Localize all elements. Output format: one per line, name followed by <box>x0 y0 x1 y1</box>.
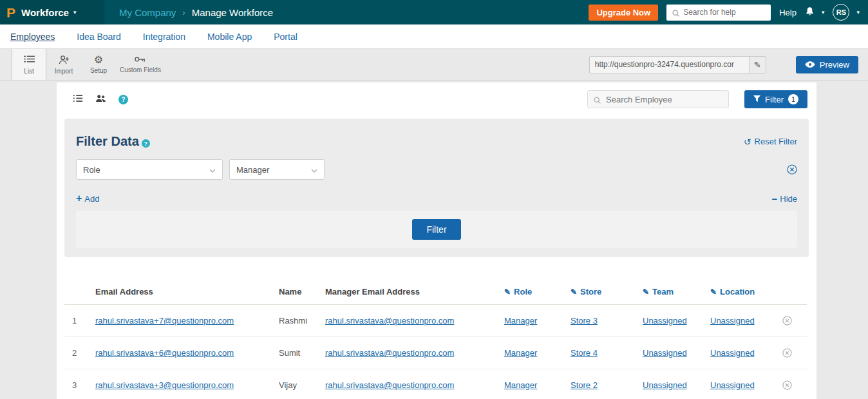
employee-email-link[interactable]: rahul.srivastava+7@questionpro.com <box>95 316 234 326</box>
breadcrumb-separator-icon: › <box>182 8 185 17</box>
team-link[interactable]: Unassigned <box>643 380 687 390</box>
help-search <box>666 5 771 21</box>
filter-panel-title: Filter Data <box>76 134 139 149</box>
help-circle-icon[interactable]: ? <box>118 95 128 104</box>
remove-criteria-icon[interactable] <box>787 164 797 175</box>
employee-table: Email Address Name Manager Email Address… <box>64 280 807 399</box>
eye-icon <box>805 60 815 70</box>
remove-row-icon[interactable] <box>782 316 802 326</box>
tab-integration[interactable]: Integration <box>143 32 185 42</box>
reset-filter-label: Reset Filter <box>755 137 797 146</box>
notifications-menu[interactable]: ▾ <box>805 6 825 19</box>
account-menu[interactable]: RS ▾ <box>833 4 860 21</box>
search-icon <box>593 95 601 107</box>
tab-employees[interactable]: Employees <box>10 32 55 42</box>
chevron-down-icon <box>209 165 216 175</box>
store-link[interactable]: Store 4 <box>571 348 598 358</box>
funnel-icon <box>753 95 760 104</box>
employee-search-input[interactable] <box>587 90 729 108</box>
tab-idea-board[interactable]: Idea Board <box>77 32 121 42</box>
toolbar-right: ✎ Preview <box>589 49 868 80</box>
hide-label: Hide <box>780 194 797 204</box>
preview-button[interactable]: Preview <box>796 56 858 73</box>
team-link[interactable]: Unassigned <box>643 348 687 358</box>
chevron-down-icon: ▾ <box>856 9 860 15</box>
help-search-input[interactable] <box>666 5 771 21</box>
add-label: Add <box>84 194 99 204</box>
location-link[interactable]: Unassigned <box>710 380 755 390</box>
header-email: Email Address <box>90 280 274 305</box>
filter-toggle-button[interactable]: Filter 1 <box>744 90 807 108</box>
view-icons: ? <box>73 93 128 105</box>
upgrade-now-button[interactable]: Upgrade Now <box>589 5 658 21</box>
tab-mobile-app[interactable]: Mobile App <box>207 32 252 42</box>
reset-filter-link[interactable]: ↺ Reset Filter <box>744 137 797 147</box>
breadcrumb-company[interactable]: My Company <box>119 7 176 18</box>
location-link[interactable]: Unassigned <box>710 316 755 326</box>
role-link[interactable]: Manager <box>504 348 537 358</box>
header-actions <box>777 280 807 305</box>
apply-filter-button[interactable]: Filter <box>412 219 460 240</box>
manager-email-link[interactable]: rahul.srivastava@questionpro.com <box>325 380 454 390</box>
product-name: Workforce <box>21 7 69 18</box>
add-criteria-link[interactable]: + Add <box>76 193 99 204</box>
employees-toolbar: List Import ⚙ Setup Custom Fields ✎ Prev… <box>0 49 868 81</box>
help-circle-icon[interactable]: ? <box>142 139 150 148</box>
header-blank <box>64 280 90 305</box>
tool-custom-fields[interactable]: Custom Fields <box>116 49 165 80</box>
employee-table-wrap: Email Address Name Manager Email Address… <box>64 280 809 399</box>
filter-field-select[interactable]: Role <box>76 159 223 180</box>
avatar: RS <box>833 4 849 21</box>
employee-email-link[interactable]: rahul.srivastava+6@questionpro.com <box>95 348 234 358</box>
filter-panel: Filter Data ? ↺ Reset Filter Role Manage… <box>64 119 809 257</box>
header-location[interactable]: ✎Location <box>705 280 777 305</box>
gear-icon: ⚙ <box>94 55 103 65</box>
row-number: 3 <box>64 369 90 399</box>
employee-actions-row: ? Filter 1 <box>57 83 816 116</box>
header-store[interactable]: ✎Store <box>565 280 637 305</box>
remove-row-icon[interactable] <box>782 380 802 390</box>
employee-email-link[interactable]: rahul.srivastava+3@questionpro.com <box>95 380 234 390</box>
team-link[interactable]: Unassigned <box>643 316 687 326</box>
tab-portal[interactable]: Portal <box>274 32 297 42</box>
edit-icon: ✎ <box>710 287 717 297</box>
manager-email-link[interactable]: rahul.srivastava@questionpro.com <box>325 348 454 358</box>
employee-name: Rashmi <box>274 305 320 337</box>
pencil-icon: ✎ <box>754 60 761 70</box>
tool-list[interactable]: List <box>12 49 46 80</box>
filter-value-select[interactable]: Manager <box>229 159 325 180</box>
manager-email-link[interactable]: rahul.srivastava@questionpro.com <box>325 316 454 326</box>
remove-row-icon[interactable] <box>782 348 802 358</box>
bell-icon <box>805 6 815 19</box>
header-team[interactable]: ✎Team <box>637 280 705 305</box>
employee-search <box>587 90 729 108</box>
list-view-icon[interactable] <box>73 93 83 105</box>
chevron-down-icon: ▾ <box>73 9 77 15</box>
portal-url-input[interactable] <box>590 60 749 69</box>
workspace-switcher[interactable]: P Workforce ▾ <box>0 0 104 24</box>
tool-import[interactable]: Import <box>46 49 81 80</box>
questionpro-logo-icon: P <box>6 6 15 19</box>
search-icon <box>672 8 680 20</box>
store-link[interactable]: Store 2 <box>571 380 598 390</box>
filter-apply-strip: Filter <box>76 211 797 248</box>
role-link[interactable]: Manager <box>504 380 537 390</box>
table-row: 3 rahul.srivastava+3@questionpro.com Vij… <box>64 369 807 399</box>
hide-filter-link[interactable]: − Hide <box>771 193 797 204</box>
store-link[interactable]: Store 3 <box>571 316 598 326</box>
row-number: 2 <box>64 337 90 369</box>
help-link[interactable]: Help <box>779 8 797 17</box>
filter-count-badge: 1 <box>788 94 798 104</box>
filter-criteria-row: Role Manager <box>76 159 797 180</box>
table-row: 2 rahul.srivastava+6@questionpro.com Sum… <box>64 337 807 369</box>
location-link[interactable]: Unassigned <box>710 348 755 358</box>
org-chart-icon[interactable] <box>95 93 106 105</box>
page-title: Manage Workforce <box>192 7 273 18</box>
edit-url-button[interactable]: ✎ <box>749 57 766 73</box>
section-nav: Employees Idea Board Integration Mobile … <box>0 24 868 49</box>
role-link[interactable]: Manager <box>504 316 537 326</box>
edit-icon: ✎ <box>643 287 649 297</box>
header-role[interactable]: ✎Role <box>499 280 565 305</box>
topbar-actions: Upgrade Now Help ▾ RS ▾ <box>589 4 868 21</box>
tool-setup[interactable]: ⚙ Setup <box>81 49 116 80</box>
